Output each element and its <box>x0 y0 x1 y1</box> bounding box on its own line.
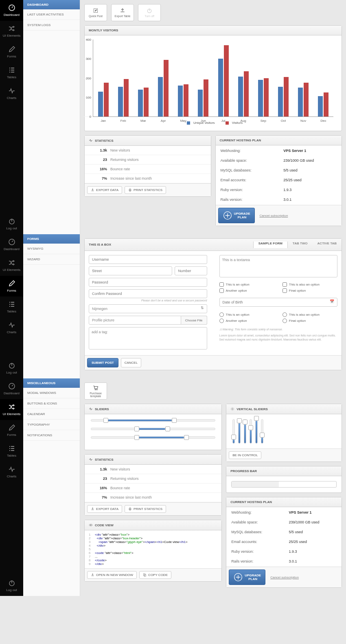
city-select[interactable]: Nijmegen <box>89 304 207 313</box>
open-new-window-button[interactable]: OPEN IN NEW WINDOW <box>87 571 137 579</box>
nav-charts[interactable]: Charts <box>0 462 23 482</box>
tab[interactable]: SAMPLE FORM <box>253 242 288 248</box>
nav-forms[interactable]: Forms <box>0 420 23 441</box>
nav-dashboard[interactable]: Dashboard <box>0 234 23 255</box>
purchase-template-button[interactable]: Purchase template <box>84 382 107 400</box>
cancel-button[interactable]: CANCEL <box>121 358 141 367</box>
x-tick: Aug <box>241 119 246 123</box>
export-table-button[interactable]: Export Table <box>111 4 134 21</box>
dashboard-icon <box>8 4 15 11</box>
choose-file-button[interactable]: Choose File <box>181 316 207 325</box>
main-textarea[interactable]: This is a textarea <box>219 255 338 277</box>
nav-logout[interactable]: Log out <box>0 575 23 596</box>
username-input[interactable] <box>89 255 207 264</box>
vertical-slider[interactable] <box>238 419 241 444</box>
code-line: 8</code> <box>89 558 217 562</box>
svg-rect-13 <box>129 508 131 509</box>
nav-forms[interactable]: Forms <box>0 42 23 62</box>
bar-group: Dec <box>318 40 328 116</box>
sidebar-item[interactable]: MODAL WINDOWS <box>23 388 80 398</box>
vertical-slider[interactable] <box>255 419 258 444</box>
nav-ui-elements[interactable]: UI Elements <box>0 255 23 276</box>
navbar: DashboardUI ElementsFormsTablesChartsLog… <box>0 234 23 378</box>
y-tick: 400 <box>86 38 91 42</box>
pulse-icon <box>89 407 93 411</box>
sidebar-item[interactable]: WIZARD <box>23 254 80 265</box>
vertical-slider[interactable] <box>261 419 263 444</box>
sidebar-item[interactable]: SYSTEM LOGS <box>23 20 80 31</box>
radio-option[interactable]: This is an option <box>219 312 274 317</box>
nav-tables[interactable]: Tables <box>0 62 23 83</box>
tag-textarea[interactable]: add a tag: <box>89 327 207 349</box>
bar-visitors <box>284 77 289 116</box>
turn-off-button: Turn off <box>138 4 161 21</box>
street-input[interactable] <box>89 266 172 275</box>
nav-ui-elements[interactable]: UI Elements <box>0 399 23 420</box>
bar-group: May <box>178 40 188 116</box>
vertical-slider[interactable] <box>244 419 246 444</box>
nav-charts[interactable]: Charts <box>0 317 23 338</box>
radio-option[interactable]: This is also an option <box>282 312 337 317</box>
x-tick: Jan <box>101 119 106 123</box>
checkbox-option[interactable]: Another option <box>219 288 274 293</box>
nav-tables[interactable]: Tables <box>0 297 23 317</box>
stat-row: 16%Bounce rate <box>85 484 221 493</box>
export-data-button[interactable]: EXPORT DATA <box>87 505 122 513</box>
slider[interactable] <box>91 419 215 422</box>
upgrade-plan-button[interactable]: UPGRADE PLAN <box>218 208 255 223</box>
nav-forms[interactable]: Forms <box>0 276 23 297</box>
dob-input[interactable] <box>219 298 338 307</box>
nav-logout[interactable]: Log out <box>0 213 23 234</box>
bar-visitors <box>184 84 188 116</box>
bar-unique <box>278 87 283 116</box>
cancel-subscription-link[interactable]: Cancel subscription <box>260 214 288 218</box>
cancel-subscription-link[interactable]: Cancel subscription <box>270 576 299 579</box>
radio-option[interactable]: Final option <box>282 319 337 323</box>
sidebar-item[interactable]: TYPOGRAPHY <box>23 420 80 430</box>
nav-charts[interactable]: Charts <box>0 83 23 104</box>
sidebar-header: FORMS <box>23 234 80 244</box>
profile-picture-input[interactable]: Profile picture <box>89 316 181 325</box>
share-icon <box>91 507 94 511</box>
nav-dashboard[interactable]: Dashboard <box>0 378 23 399</box>
checkbox-option[interactable]: Final option <box>282 288 337 293</box>
radio-option[interactable]: Another option <box>219 319 274 323</box>
checkbox-option[interactable]: This is an option <box>219 282 274 287</box>
slider[interactable] <box>91 436 215 439</box>
nav-ui-elements[interactable]: UI Elements <box>0 21 23 42</box>
pulse-icon <box>8 87 15 95</box>
tab[interactable]: ACTIVE TAB <box>313 242 342 248</box>
submit-post-button[interactable]: SUBMIT POST <box>87 358 118 367</box>
sidebar-item[interactable]: WYSIWYG <box>23 244 80 254</box>
bar-unique <box>178 86 183 116</box>
export-data-button[interactable]: EXPORT DATA <box>87 186 122 194</box>
print-statistics-button[interactable]: PRINT STATISTICS <box>125 505 166 513</box>
quick-post-button[interactable]: Quick Post <box>84 4 107 21</box>
confirm-password-input[interactable] <box>89 289 207 298</box>
share-icon <box>120 8 125 13</box>
checkbox-option[interactable]: This is also an option <box>282 282 337 287</box>
shuffle-icon <box>8 25 15 32</box>
vertical-slider[interactable] <box>232 419 235 444</box>
copy-code-button[interactable]: COPY CODE <box>139 571 171 579</box>
print-statistics-button[interactable]: PRINT STATISTICS <box>125 186 166 194</box>
hosting-box: CURRENT HOSTING PLAN Webhosting:VPS Serv… <box>215 135 342 226</box>
sidebar-item[interactable]: LAST USER ACTIVITIES <box>23 9 80 20</box>
password-input[interactable] <box>89 278 207 287</box>
nav-tables[interactable]: Tables <box>0 441 23 462</box>
nav-dashboard[interactable]: Dashboard <box>0 0 23 21</box>
bar-visitors <box>164 60 169 116</box>
bar-visitors <box>204 79 208 116</box>
vertical-slider[interactable] <box>250 419 252 444</box>
nav-logout[interactable]: Log out <box>0 358 23 378</box>
upgrade-plan-button[interactable]: UPGRADE PLAN <box>229 569 265 585</box>
table-row: Rails version:3.0.1 <box>217 195 341 204</box>
code-line: 3 <span "attr">class="glyph eye"></span>… <box>89 540 217 544</box>
sidebar-item[interactable]: CALENDAR <box>23 409 80 420</box>
number-input[interactable] <box>175 266 207 275</box>
be-in-control-button[interactable]: BE IN CONTROL <box>229 451 261 459</box>
tab[interactable]: TAB TWO <box>288 242 313 248</box>
slider[interactable] <box>91 428 215 430</box>
sidebar-item[interactable]: NOTIFICATIONS <box>23 430 80 441</box>
sidebar-item[interactable]: BUTTONS & ICONS <box>23 398 80 409</box>
